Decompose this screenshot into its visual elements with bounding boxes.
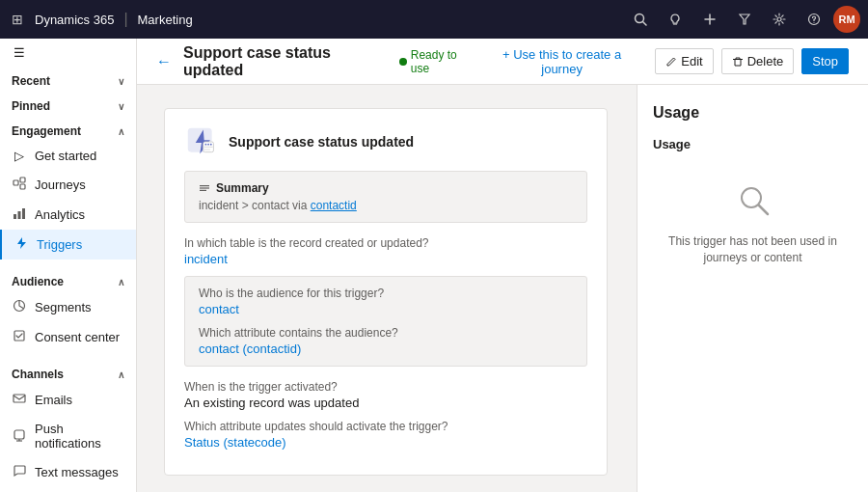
search-icon[interactable] bbox=[625, 4, 656, 35]
sidebar-engagement-header[interactable]: Engagement ∧ bbox=[0, 117, 136, 142]
sidebar-item-text-messages-label: Text messages bbox=[35, 465, 119, 479]
right-panel-title: Usage bbox=[653, 104, 853, 122]
table-label: In which table is the record created or … bbox=[184, 236, 587, 250]
trigger-card-title: Support case status updated bbox=[229, 134, 414, 150]
summary-box-header: Summary bbox=[199, 181, 573, 195]
segments-icon bbox=[12, 299, 27, 315]
sidebar-recent-label: Recent bbox=[12, 74, 50, 88]
which-attr-label: Which attribute updates should activate … bbox=[184, 420, 587, 433]
sidebar-item-emails[interactable]: Emails bbox=[0, 385, 136, 415]
filter-icon[interactable] bbox=[729, 4, 760, 35]
svg-rect-17 bbox=[14, 395, 25, 402]
delete-button[interactable]: Delete bbox=[721, 48, 795, 74]
usage-empty-state: This trigger has not been used in journe… bbox=[653, 163, 853, 286]
right-panel: Usage Usage This trigger has not been us… bbox=[637, 85, 868, 492]
lightbulb-icon[interactable] bbox=[660, 4, 691, 35]
svg-rect-21 bbox=[733, 59, 743, 60]
audience-row: Who is the audience for this trigger? co… bbox=[199, 287, 573, 316]
sidebar-channels-header[interactable]: Channels ∧ bbox=[0, 360, 136, 385]
sidebar-channels-label: Channels bbox=[12, 368, 64, 381]
brand-separator: | bbox=[123, 11, 127, 28]
when-row: When is the trigger activated? An existi… bbox=[184, 380, 587, 410]
journey-icon bbox=[12, 177, 27, 193]
svg-marker-5 bbox=[740, 14, 749, 24]
svg-rect-30 bbox=[200, 187, 209, 188]
brand-name: Dynamics 365 bbox=[35, 13, 114, 27]
table-value: incident bbox=[184, 252, 587, 266]
sidebar-item-consent-center[interactable]: Consent center bbox=[0, 322, 136, 352]
sidebar-recent-header[interactable]: Recent ∨ bbox=[0, 67, 136, 92]
sidebar-item-get-started-label: Get started bbox=[35, 149, 96, 163]
sidebar-item-push-notifications[interactable]: Push notifications bbox=[0, 415, 136, 457]
sidebar: ☰ Recent ∨ Pinned ∨ Engagement ∧ ▷ Get s… bbox=[0, 39, 137, 492]
summary-incident: incident bbox=[199, 199, 238, 212]
sidebar-item-triggers-label: Triggers bbox=[37, 237, 82, 252]
sidebar-pinned-header[interactable]: Pinned ∨ bbox=[0, 92, 136, 117]
help-icon[interactable] bbox=[799, 4, 829, 35]
sidebar-item-get-started[interactable]: ▷ Get started bbox=[0, 142, 136, 170]
chevron-up-icon: ∧ bbox=[118, 277, 124, 287]
grid-icon[interactable]: ⊞ bbox=[8, 8, 27, 31]
svg-line-1 bbox=[643, 22, 647, 26]
play-icon: ▷ bbox=[12, 149, 27, 163]
sidebar-audience-label: Audience bbox=[12, 275, 64, 288]
sidebar-item-journeys-label: Journeys bbox=[35, 178, 86, 192]
audience-label: Who is the audience for this trigger? bbox=[199, 287, 573, 300]
triggers-icon bbox=[14, 236, 29, 253]
sidebar-item-text-messages[interactable]: Text messages bbox=[0, 457, 136, 487]
main-layout: ☰ Recent ∨ Pinned ∨ Engagement ∧ ▷ Get s… bbox=[0, 39, 868, 492]
svg-rect-11 bbox=[20, 184, 25, 189]
audience-value: contact bbox=[199, 302, 573, 316]
svg-point-8 bbox=[814, 22, 815, 23]
brand-area: Dynamics 365 | Marketing bbox=[35, 11, 193, 28]
svg-point-32 bbox=[742, 188, 761, 207]
which-attr-row: Which attribute updates should activate … bbox=[184, 420, 587, 450]
top-nav-icons: RM bbox=[625, 4, 860, 35]
svg-rect-18 bbox=[14, 430, 24, 439]
back-button[interactable]: ← bbox=[156, 53, 172, 70]
trigger-icon bbox=[184, 124, 219, 159]
sidebar-menu-toggle[interactable]: ☰ bbox=[0, 39, 136, 67]
sidebar-item-consent-center-label: Consent center bbox=[35, 330, 120, 344]
summary-contactid: contactid bbox=[311, 199, 357, 212]
user-avatar[interactable]: RM bbox=[833, 6, 860, 33]
status-badge: Ready to use bbox=[399, 48, 476, 75]
email-icon bbox=[12, 392, 27, 408]
sidebar-item-analytics[interactable]: Analytics bbox=[0, 200, 136, 230]
sidebar-audience-header[interactable]: Audience ∧ bbox=[0, 267, 136, 292]
analytics-icon bbox=[12, 206, 27, 223]
audience-attribute-label: Which attribute contains the audience? bbox=[199, 326, 573, 340]
app-name: Marketing bbox=[138, 13, 193, 27]
svg-point-25 bbox=[207, 144, 209, 146]
trigger-card-header: Support case status updated bbox=[184, 124, 587, 159]
svg-rect-12 bbox=[14, 214, 16, 219]
summary-box: Summary incident > contact via contactid bbox=[184, 171, 587, 223]
settings-icon[interactable] bbox=[764, 4, 795, 35]
table-info-row: In which table is the record created or … bbox=[184, 236, 587, 266]
consent-icon bbox=[12, 329, 27, 345]
svg-point-26 bbox=[210, 144, 212, 146]
sidebar-item-push-notifications-label: Push notifications bbox=[35, 422, 124, 451]
use-journey-button[interactable]: + Use this to create a journey bbox=[476, 42, 647, 81]
edit-button[interactable]: Edit bbox=[655, 48, 713, 74]
hamburger-icon: ☰ bbox=[12, 45, 27, 60]
sidebar-engagement-label: Engagement bbox=[12, 124, 81, 138]
delete-label: Delete bbox=[747, 54, 784, 68]
which-attr-value: Status (statecode) bbox=[184, 435, 587, 450]
push-icon bbox=[12, 428, 27, 445]
sms-icon bbox=[12, 464, 27, 480]
add-icon[interactable] bbox=[694, 4, 725, 35]
sidebar-item-segments[interactable]: Segments bbox=[0, 292, 136, 322]
sidebar-item-triggers[interactable]: Triggers bbox=[0, 230, 136, 260]
content-area: ← Support case status updated Ready to u… bbox=[137, 39, 868, 492]
content-header: ← Support case status updated Ready to u… bbox=[137, 39, 868, 85]
sidebar-item-journeys[interactable]: Journeys bbox=[0, 170, 136, 200]
svg-rect-14 bbox=[22, 208, 25, 219]
top-nav: ⊞ Dynamics 365 | Marketing RM bbox=[0, 0, 868, 39]
svg-point-24 bbox=[205, 144, 207, 146]
summary-contact: contact via bbox=[252, 199, 311, 212]
content-header-right: + Use this to create a journey Edit Dele… bbox=[476, 42, 849, 81]
usage-empty-text: This trigger has not been used in journe… bbox=[663, 233, 843, 266]
stop-button[interactable]: Stop bbox=[801, 48, 849, 74]
summary-arrow-icon: > bbox=[242, 199, 252, 212]
